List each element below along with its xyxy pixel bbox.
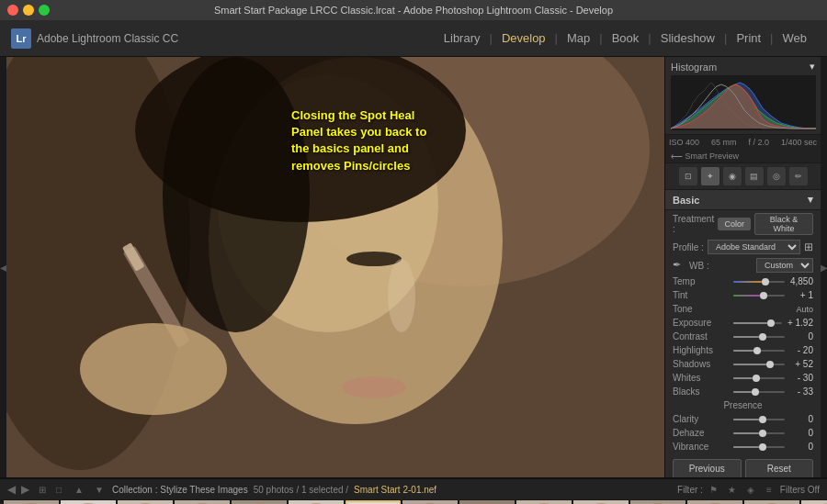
whites-slider[interactable]	[733, 377, 785, 379]
grid-view-icon[interactable]: ⊞	[35, 482, 50, 497]
nav-library[interactable]: Library	[435, 31, 490, 45]
shadows-value: + 52	[790, 359, 813, 369]
titlebar: Smart Start Package LRCC Classic.lrcat -…	[0, 0, 827, 20]
histogram-header: Histogram ▾	[671, 61, 815, 73]
bw-treatment-button[interactable]: Black & White	[754, 213, 813, 235]
wb-dropdown[interactable]: Custom	[756, 258, 813, 273]
filmstrip-thumb[interactable]	[232, 500, 287, 504]
highlights-slider[interactable]	[733, 350, 785, 352]
dehaze-value: 0	[790, 428, 813, 438]
temp-label: Temp	[673, 276, 728, 286]
left-panel-toggle[interactable]: ◀	[0, 57, 6, 477]
vibrance-value: 0	[790, 442, 813, 452]
clarity-label: Clarity	[673, 414, 728, 424]
color-treatment-button[interactable]: Color	[718, 218, 751, 230]
annotation-line1: Closing the Spot Heal	[291, 108, 414, 122]
clarity-slider[interactable]	[733, 419, 785, 420]
treatment-row: Treatment : Color Black & White	[665, 210, 821, 238]
action-buttons: Previous Reset	[665, 454, 821, 477]
filmstrip-thumb[interactable]	[801, 500, 827, 504]
temp-row: Temp 4,850	[665, 274, 821, 288]
topbar: Lr Adobe Lightroom Classic CC Library | …	[0, 20, 827, 57]
nav-map[interactable]: Map	[558, 31, 599, 45]
nav-print[interactable]: Print	[727, 31, 770, 45]
nav-develop[interactable]: Develop	[493, 31, 555, 45]
brush-tool[interactable]: ✏	[789, 167, 808, 185]
shutter-value: 1/400 sec	[781, 138, 817, 147]
exposure-slider[interactable]	[733, 322, 782, 324]
filmstrip-thumb[interactable]	[516, 500, 572, 504]
svg-point-11	[388, 259, 415, 332]
filmstrip-thumb[interactable]	[459, 500, 515, 504]
filmstrip-thumb[interactable]	[118, 500, 173, 504]
svg-point-6	[163, 57, 310, 332]
right-panel-toggle[interactable]: ▶	[821, 57, 827, 477]
radial-tool[interactable]: ◎	[767, 167, 786, 185]
filmstrip-thumb[interactable]	[4, 500, 59, 504]
collection-label: Collection : Stylize These Images	[112, 485, 248, 495]
nav-prev-icon[interactable]: ◀	[7, 483, 16, 496]
filmstrip-thumb[interactable]	[744, 500, 799, 504]
nav-slideshow[interactable]: Slideshow	[651, 31, 724, 45]
tint-slider[interactable]	[733, 295, 785, 297]
tool-row: ⊡ ✦ ◉ ▤ ◎ ✏	[665, 163, 821, 190]
minimize-button[interactable]	[23, 5, 34, 16]
contrast-slider[interactable]	[733, 336, 785, 338]
filmstrip-thumb[interactable]	[402, 500, 458, 504]
filmstrip: ◀ ▶ ⊞ □ ▲ ▼ Collection : Stylize These I…	[0, 477, 827, 504]
app-logo: Lr Adobe Lightroom Classic CC	[11, 28, 178, 49]
filter-color-icon[interactable]: ◈	[743, 482, 758, 497]
filter-label: Filter :	[677, 485, 703, 495]
filter-flag-icon[interactable]: ⚑	[707, 482, 721, 497]
temp-slider[interactable]	[733, 281, 785, 283]
close-button[interactable]	[7, 5, 18, 16]
maximize-button[interactable]	[39, 5, 50, 16]
svg-rect-16	[4, 500, 59, 504]
auto-tone-button[interactable]: Auto	[796, 305, 813, 314]
filmstrip-thumb[interactable]	[346, 500, 401, 504]
annotation-line3: the basics panel and	[291, 141, 409, 155]
filmstrip-up-icon[interactable]: ▲	[72, 482, 86, 497]
shadows-slider[interactable]	[733, 364, 785, 365]
reset-button[interactable]: Reset	[745, 459, 814, 477]
annotation-line2: Panel takes you back to	[291, 125, 426, 139]
nav-web[interactable]: Web	[774, 31, 817, 45]
crop-tool[interactable]: ⊡	[679, 167, 697, 185]
histogram-title: Histogram	[671, 62, 717, 73]
svg-rect-22	[118, 500, 173, 504]
dehaze-slider[interactable]	[733, 432, 785, 434]
redeye-tool[interactable]: ◉	[723, 167, 742, 185]
filmstrip-thumb[interactable]	[175, 500, 230, 504]
shadows-row: Shadows + 52	[665, 357, 821, 371]
profile-grid-icon[interactable]: ⊞	[804, 241, 813, 253]
nav-book[interactable]: Book	[603, 31, 649, 45]
nav-next-icon[interactable]: ▶	[21, 483, 29, 496]
filmstrip-down-icon[interactable]: ▼	[92, 482, 107, 497]
svg-rect-43	[516, 500, 572, 504]
heal-tool[interactable]: ✦	[701, 167, 719, 185]
eyedropper-icon[interactable]: ✒	[673, 259, 685, 272]
filter-star-icon[interactable]: ★	[725, 482, 740, 497]
tint-row: Tint + 1	[665, 288, 821, 302]
temp-value: 4,850	[790, 276, 813, 286]
previous-button[interactable]: Previous	[673, 459, 742, 477]
filmstrip-thumb[interactable]	[289, 500, 344, 504]
blacks-slider[interactable]	[733, 391, 785, 393]
profile-dropdown[interactable]: Adobe Standard	[708, 240, 800, 254]
gradient-tool[interactable]: ▤	[745, 167, 764, 185]
filmstrip-thumb[interactable]	[573, 500, 629, 504]
filter-meta-icon[interactable]: ≡	[762, 482, 776, 497]
svg-rect-55	[744, 500, 799, 504]
whites-label: Whites	[673, 373, 728, 383]
basic-panel-header[interactable]: Basic ▾	[665, 190, 821, 210]
main-area: ◀	[0, 57, 827, 477]
svg-rect-28	[232, 500, 287, 504]
count-label: 50 photos / 1 selected /	[254, 485, 348, 495]
filmstrip-thumb[interactable]	[687, 500, 742, 504]
highlights-label: Highlights	[673, 345, 728, 355]
filmstrip-thumb[interactable]	[630, 500, 685, 504]
histogram-menu[interactable]: ▾	[810, 61, 815, 73]
loupe-view-icon[interactable]: □	[51, 482, 66, 497]
filmstrip-thumb[interactable]	[61, 500, 116, 504]
vibrance-slider[interactable]	[733, 446, 785, 448]
